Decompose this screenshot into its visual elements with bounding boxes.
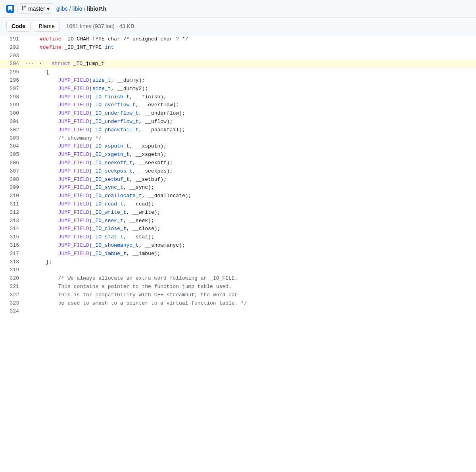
table-row: 295 { <box>0 68 476 77</box>
line-number[interactable]: 299 <box>0 101 24 109</box>
branch-icon <box>21 5 27 12</box>
line-number[interactable]: 310 <box>0 192 24 200</box>
line-number[interactable]: 307 <box>0 167 24 176</box>
line-number[interactable]: 298 <box>0 93 24 102</box>
expand-icon <box>24 176 33 184</box>
breadcrumb-repo[interactable]: glibc <box>56 6 68 12</box>
line-number[interactable]: 300 <box>0 109 24 118</box>
table-row: 317 JUMP_FIELD(_IO_imbue_t, __imbue); <box>0 250 476 258</box>
code-container: 291#define _IO_CHAR_TYPE char /* unsigne… <box>0 35 476 316</box>
line-number[interactable]: 324 <box>0 307 24 316</box>
expand-icon <box>24 159 33 167</box>
line-number[interactable]: 292 <box>0 44 24 52</box>
line-number[interactable]: 317 <box>0 250 24 258</box>
line-number[interactable]: 302 <box>0 126 24 134</box>
breadcrumb-sep1: / <box>69 6 71 12</box>
line-code: This contains a pointer to the function … <box>33 283 476 291</box>
table-row: 300 JUMP_FIELD(_IO_underflow_t, __underf… <box>0 109 476 118</box>
line-number[interactable]: 293 <box>0 52 24 60</box>
line-number[interactable]: 303 <box>0 134 24 143</box>
expand-icon <box>24 233 33 242</box>
line-code: #define _IO_CHAR_TYPE char /* unsigned c… <box>33 35 476 44</box>
file-toolbar: Code Blame 1061 lines (937 loc) · 43 KB <box>0 17 476 35</box>
line-code: struct _IO_jump_t <box>45 60 476 68</box>
expand-icon <box>24 258 33 267</box>
breadcrumb: glibc / libio / libioP.h <box>56 6 106 12</box>
line-number[interactable]: 312 <box>0 209 24 217</box>
expand-icon <box>24 200 33 209</box>
line-number[interactable]: 322 <box>0 291 24 299</box>
blame-tab[interactable]: Blame <box>34 21 60 32</box>
line-number[interactable]: 296 <box>0 77 24 85</box>
line-number[interactable]: 313 <box>0 217 24 225</box>
line-code <box>33 266 476 274</box>
table-row: 318 }; <box>0 258 476 267</box>
table-row: 297 JUMP_FIELD(size_t, __dummy2); <box>0 85 476 93</box>
expand-icon <box>24 209 33 217</box>
breadcrumb-dir[interactable]: libio <box>72 6 82 12</box>
line-code: }; <box>33 258 476 267</box>
line-number[interactable]: 321 <box>0 283 24 291</box>
line-code: JUMP_FIELD(_IO_sync_t, __sync); <box>33 184 476 192</box>
table-row: 298 JUMP_FIELD(_IO_finish_t, __finish); <box>0 93 476 102</box>
line-number[interactable]: 294 <box>0 60 24 68</box>
line-code: JUMP_FIELD(_IO_read_t, __read); <box>33 200 476 209</box>
expand-icon <box>24 242 33 250</box>
table-row: 322 This is for compatibility with C++ s… <box>0 291 476 299</box>
line-code: JUMP_FIELD(_IO_underflow_t, __underflow)… <box>33 109 476 118</box>
line-number[interactable]: 311 <box>0 200 24 209</box>
expand-icon <box>24 283 33 291</box>
line-number[interactable]: 305 <box>0 151 24 159</box>
line-code: #define _IO_INT_TYPE int <box>33 44 476 52</box>
table-row: 305 JUMP_FIELD(_IO_xsgetn_t, __xsgetn); <box>0 151 476 159</box>
expand-icon <box>24 217 33 225</box>
line-number[interactable]: 316 <box>0 242 24 250</box>
expand-icon <box>24 77 33 85</box>
line-number[interactable]: 295 <box>0 68 24 77</box>
line-number[interactable]: 301 <box>0 118 24 126</box>
line-number[interactable]: 291 <box>0 35 24 44</box>
line-number[interactable]: 318 <box>0 258 24 267</box>
expand-icon <box>24 184 33 192</box>
line-code: JUMP_FIELD(_IO_underflow_t, __uflow); <box>33 118 476 126</box>
line-code: JUMP_FIELD(_IO_imbue_t, __imbue); <box>33 250 476 258</box>
code-tab[interactable]: Code <box>6 21 31 32</box>
line-code: JUMP_FIELD(_IO_xsgetn_t, __xsgetn); <box>33 151 476 159</box>
branch-selector[interactable]: master ▾ <box>17 3 53 14</box>
file-meta: 1061 lines (937 loc) · 43 KB <box>66 23 134 29</box>
table-row: 299 JUMP_FIELD(_IO_overflow_t, __overflo… <box>0 101 476 109</box>
line-number[interactable]: 320 <box>0 274 24 283</box>
line-number[interactable]: 309 <box>0 184 24 192</box>
expand-icon[interactable]: ▾ <box>36 60 45 68</box>
line-code <box>33 52 476 60</box>
expand-icon <box>24 68 33 77</box>
line-actions[interactable]: ··· <box>24 60 36 68</box>
table-row: 292#define _IO_INT_TYPE int <box>0 44 476 52</box>
expand-icon <box>24 35 33 44</box>
line-code: This is for compatibility with C++ strea… <box>33 291 476 299</box>
expand-icon <box>24 274 33 283</box>
breadcrumb-file: libioP.h <box>87 6 106 12</box>
line-number[interactable]: 297 <box>0 85 24 93</box>
line-code: JUMP_FIELD(size_t, __dummy); <box>33 77 476 85</box>
table-row: 304 JUMP_FIELD(_IO_xsputn_t, __xsputn); <box>0 142 476 151</box>
line-number[interactable]: 319 <box>0 266 24 274</box>
table-row: 315 JUMP_FIELD(_IO_stat_t, __stat); <box>0 233 476 242</box>
expand-icon <box>24 307 33 316</box>
expand-icon <box>24 142 33 151</box>
line-code: /* showmany */ <box>33 134 476 143</box>
line-number[interactable]: 314 <box>0 225 24 233</box>
line-number[interactable]: 304 <box>0 142 24 151</box>
expand-icon <box>24 109 33 118</box>
expand-icon <box>24 291 33 299</box>
line-code: /* We always allocate an extra word foll… <box>33 274 476 283</box>
line-number[interactable]: 315 <box>0 233 24 242</box>
line-number[interactable]: 308 <box>0 176 24 184</box>
table-row: 321 This contains a pointer to the funct… <box>0 283 476 291</box>
table-row: 301 JUMP_FIELD(_IO_underflow_t, __uflow)… <box>0 118 476 126</box>
top-bar: master ▾ glibc / libio / libioP.h <box>0 0 476 17</box>
line-number[interactable]: 306 <box>0 159 24 167</box>
line-code: be used to smash to a pointer to a virtu… <box>33 299 476 308</box>
expand-icon <box>24 85 33 93</box>
line-number[interactable]: 323 <box>0 299 24 308</box>
